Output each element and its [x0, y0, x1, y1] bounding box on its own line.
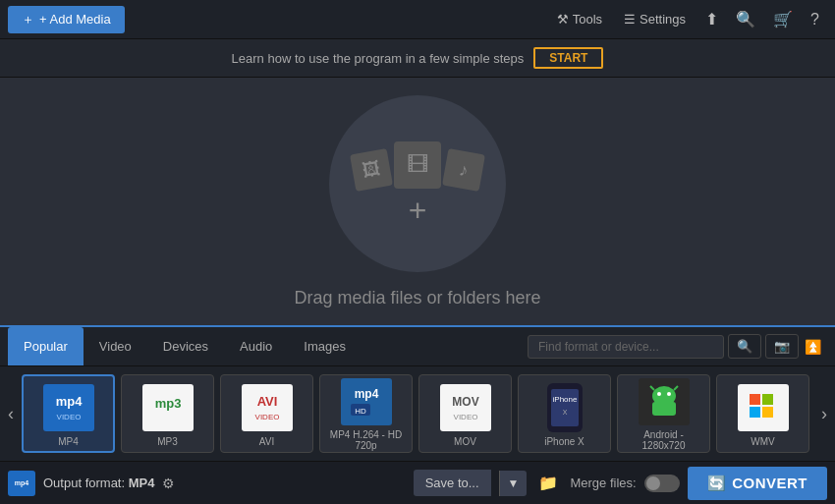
- output-format-label: Output format: MP4: [43, 476, 154, 490]
- format-card-mp4[interactable]: mp4 VIDEO MP4: [22, 374, 115, 453]
- output-format-value: MP4: [129, 476, 155, 490]
- tab-video[interactable]: Video: [84, 327, 147, 365]
- drop-area[interactable]: 🖼 🎞 ♪ + Drag media files or folders here: [0, 78, 835, 325]
- svg-text:VIDEO: VIDEO: [254, 413, 279, 421]
- avi-label: AVI: [259, 436, 274, 447]
- format-search-button[interactable]: 🔍: [728, 334, 761, 359]
- settings-button[interactable]: ☰ Settings: [614, 7, 696, 31]
- next-arrow-button[interactable]: ›: [813, 374, 835, 453]
- search-button[interactable]: 🔍: [728, 5, 763, 33]
- collapse-button[interactable]: ⏫: [799, 335, 827, 359]
- svg-rect-29: [750, 407, 760, 418]
- svg-text:mp3: mp3: [154, 396, 181, 411]
- mp4hd-icon: mp4 HD: [338, 376, 395, 427]
- tab-images[interactable]: Images: [288, 327, 362, 365]
- android-label: Android - 1280x720: [622, 429, 705, 451]
- image-icon: 🖼: [350, 147, 393, 191]
- camera-button[interactable]: 📷: [765, 334, 799, 359]
- format-card-mp4hd[interactable]: mp4 HD MP4 H.264 - HD 720p: [319, 374, 413, 453]
- wmv-label: WMV: [751, 436, 774, 447]
- prev-arrow-button[interactable]: ‹: [0, 374, 22, 453]
- svg-text:mp4: mp4: [55, 394, 83, 409]
- android-icon: [636, 376, 693, 427]
- merge-files-label: Merge files:: [570, 476, 636, 490]
- toolbar-left: ＋ + Add Media: [8, 6, 125, 33]
- toolbar: ＋ + Add Media ⚒ Tools ☰ Settings ⬆ 🔍 🛒 ?: [0, 0, 835, 39]
- merge-toggle[interactable]: [644, 475, 680, 492]
- convert-button[interactable]: 🔄 CONVERT: [688, 467, 827, 500]
- settings-icon: ☰: [624, 12, 636, 27]
- format-card-avi[interactable]: AVI VIDEO AVI: [220, 374, 313, 453]
- svg-rect-8: [341, 378, 392, 425]
- svg-point-21: [657, 392, 661, 396]
- search-icon: 🔍: [736, 11, 755, 28]
- tabs-row: Popular Video Devices Audio Images 🔍 📷 ⏫: [0, 327, 835, 366]
- svg-text:HD: HD: [355, 407, 366, 416]
- help-button[interactable]: ?: [803, 6, 827, 33]
- format-card-iphonex[interactable]: iPhone X iPhone X: [518, 374, 611, 453]
- format-cards-container: ‹ mp4 VIDEO MP4 mp3: [0, 366, 835, 461]
- svg-text:VIDEO: VIDEO: [453, 413, 477, 421]
- save-button[interactable]: Save to...: [414, 470, 491, 496]
- convert-refresh-icon: 🔄: [707, 475, 727, 492]
- add-media-label: + Add Media: [39, 12, 111, 27]
- save-label: Save to...: [425, 476, 479, 490]
- folder-button[interactable]: 📁: [534, 470, 562, 496]
- svg-text:VIDEO: VIDEO: [56, 413, 81, 421]
- save-dropdown-button[interactable]: ▼: [499, 471, 528, 496]
- svg-rect-27: [750, 394, 760, 405]
- format-cards: mp4 VIDEO MP4 mp3 MP3: [22, 372, 813, 455]
- info-message: Learn how to use the program in a few si…: [232, 51, 525, 66]
- avi-icon: AVI VIDEO: [239, 380, 296, 434]
- tools-label: Tools: [573, 12, 602, 27]
- drop-plus-icon: +: [409, 195, 427, 226]
- gear-icon[interactable]: ⚙: [162, 476, 175, 491]
- output-format-icon: mp4: [8, 471, 35, 496]
- mp4-icon: mp4 VIDEO: [40, 380, 97, 434]
- drop-circle: 🖼 🎞 ♪ +: [329, 95, 506, 272]
- format-card-wmv[interactable]: WMV: [716, 374, 809, 453]
- format-card-android[interactable]: Android - 1280x720: [617, 374, 710, 453]
- output-label-text: Output format:: [43, 476, 125, 490]
- search-area: 🔍 📷: [528, 334, 799, 359]
- output-format-icon-text: mp4: [15, 479, 28, 486]
- svg-text:MOV: MOV: [452, 395, 478, 409]
- cart-button[interactable]: 🛒: [765, 5, 801, 33]
- bottom-bar: mp4 Output format: MP4 ⚙ Save to... ▼ 📁 …: [0, 461, 835, 504]
- tab-popular[interactable]: Popular: [8, 327, 84, 365]
- share-icon: ⬆: [705, 11, 718, 28]
- svg-text:mp4: mp4: [354, 387, 378, 401]
- music-icon: ♪: [442, 147, 485, 191]
- tools-icon: ⚒: [557, 12, 569, 27]
- convert-label: CONVERT: [732, 475, 807, 491]
- toggle-knob: [646, 476, 660, 490]
- mov-label: MOV: [454, 436, 476, 447]
- drop-text: Drag media files or folders here: [294, 288, 540, 308]
- mp4hd-label: MP4 H.264 - HD 720p: [324, 429, 408, 451]
- start-button[interactable]: START: [533, 47, 603, 69]
- format-card-mp3[interactable]: mp3 MP3: [121, 374, 214, 453]
- tools-button[interactable]: ⚒ Tools: [547, 7, 612, 31]
- svg-text:X: X: [562, 409, 567, 416]
- cart-icon: 🛒: [773, 11, 793, 28]
- toolbar-right: ⚒ Tools ☰ Settings ⬆ 🔍 🛒 ?: [547, 5, 827, 33]
- share-button[interactable]: ⬆: [697, 5, 726, 33]
- svg-text:iPhone: iPhone: [552, 395, 577, 404]
- wmv-icon: [735, 380, 792, 434]
- add-media-button[interactable]: ＋ + Add Media: [8, 6, 125, 33]
- svg-rect-30: [762, 407, 773, 418]
- help-icon: ?: [810, 11, 819, 28]
- tab-devices[interactable]: Devices: [147, 327, 224, 365]
- format-search-input[interactable]: [528, 335, 724, 359]
- svg-text:AVI: AVI: [256, 394, 277, 409]
- svg-rect-25: [652, 402, 676, 416]
- svg-rect-28: [762, 394, 773, 405]
- svg-point-22: [667, 392, 671, 396]
- mov-icon: MOV VIDEO: [437, 380, 494, 434]
- mp3-icon: mp3: [139, 380, 196, 434]
- tab-audio[interactable]: Audio: [224, 327, 288, 365]
- format-card-mov[interactable]: MOV VIDEO MOV: [418, 374, 512, 453]
- video-icon: 🎞: [394, 141, 441, 189]
- drop-icons: 🖼 🎞 ♪: [353, 141, 482, 189]
- plus-icon: ＋: [22, 11, 34, 28]
